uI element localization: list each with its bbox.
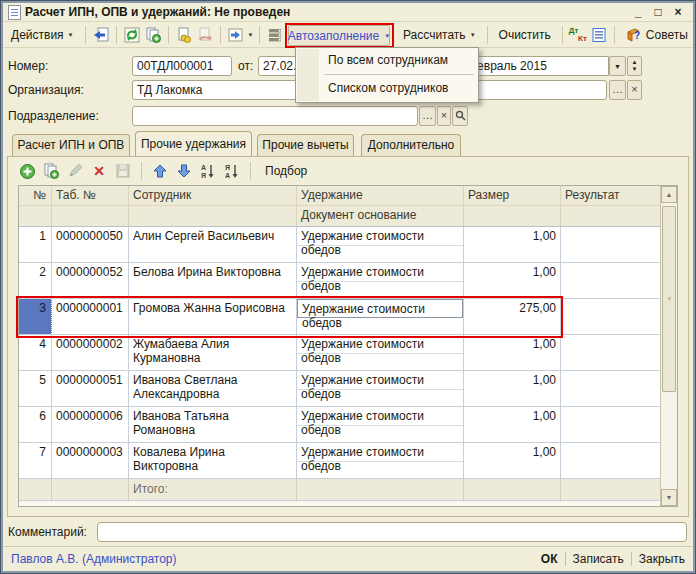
move-down-icon[interactable]	[175, 162, 193, 180]
department-clear-button[interactable]: ×	[437, 106, 451, 126]
col-header-employee[interactable]: Сотрудник	[129, 186, 297, 226]
deduction-value[interactable]: Удержание стоимости обедов	[297, 227, 463, 246]
tab-prochie-vychety[interactable]: Прочие вычеты	[257, 134, 354, 156]
deduction-value[interactable]: Удержание стоимости обедов	[297, 335, 463, 354]
size-cell[interactable]: 1,00	[464, 407, 561, 442]
col-header-size[interactable]: Размер	[464, 186, 561, 226]
row-number-cell[interactable]: 4	[19, 335, 52, 370]
row-number-cell[interactable]: 5	[19, 371, 52, 406]
size-cell[interactable]: 1,00	[464, 371, 561, 406]
table-row[interactable]: 30000000001Громова Жанна БорисовнаУдержа…	[19, 299, 661, 335]
tab-number-cell[interactable]: 0000000050	[52, 227, 129, 262]
row-number-cell[interactable]: 6	[19, 407, 52, 442]
comment-field[interactable]	[97, 522, 687, 542]
row-number-cell[interactable]: 1	[19, 227, 52, 262]
deduction-value[interactable]: Удержание стоимости обедов	[297, 407, 463, 426]
deduction-cell[interactable]: Удержание стоимости обедов	[297, 227, 464, 262]
tab-dopolnitelno[interactable]: Дополнительно	[361, 134, 461, 156]
deduction-value[interactable]: Удержание стоимости обедов	[297, 263, 463, 282]
close-button[interactable]: ×	[671, 5, 685, 19]
scroll-down-icon[interactable]: ▼	[661, 489, 677, 506]
tab-raschet-ipn-opv[interactable]: Расчет ИПН и ОПВ	[12, 134, 130, 156]
number-field[interactable]: 00ТДЛ000001	[132, 56, 232, 76]
tab-prochie-uderzhaniya[interactable]: Прочие удержания	[135, 131, 252, 156]
maximize-button[interactable]: □	[651, 5, 665, 19]
result-cell[interactable]	[561, 371, 661, 406]
department-field[interactable]	[132, 106, 418, 126]
actions-button[interactable]: Действия ▼	[6, 26, 79, 44]
col-header-deduction[interactable]: Удержание Документ основание	[297, 186, 464, 226]
row-number-cell[interactable]: 3	[19, 299, 52, 334]
result-cell[interactable]	[561, 263, 661, 298]
row-number-cell[interactable]: 2	[19, 263, 52, 298]
employee-cell[interactable]: Белова Ирина Викторовна	[129, 263, 297, 298]
result-cell[interactable]	[561, 407, 661, 442]
table-row[interactable]: 10000000050Алин Сергей ВасильевичУдержан…	[19, 227, 661, 263]
size-cell[interactable]: 1,00	[464, 227, 561, 262]
tab-number-cell[interactable]: 0000000051	[52, 371, 129, 406]
document-movements-icon[interactable]	[590, 26, 608, 44]
close-document-button[interactable]: Закрыть	[639, 552, 685, 566]
col-header-result[interactable]: Результат	[561, 186, 661, 226]
tab-number-cell[interactable]: 0000000052	[52, 263, 129, 298]
employee-cell[interactable]: Жумабаева Алия Курмановна	[129, 335, 297, 370]
result-cell[interactable]	[561, 227, 661, 262]
deduction-value[interactable]: Удержание стоимости обедов	[297, 371, 463, 390]
deduction-cell[interactable]: Удержание стоимости обедов	[297, 407, 464, 442]
deduction-cell[interactable]: Удержание стоимости обедов	[297, 263, 464, 298]
result-cell[interactable]	[561, 443, 661, 478]
tab-number-cell[interactable]: 0000000003	[52, 443, 129, 478]
refresh-icon[interactable]	[123, 26, 141, 44]
employee-cell[interactable]: Алин Сергей Васильевич	[129, 227, 297, 262]
post-document-icon[interactable]	[175, 26, 193, 44]
goto-icon[interactable]	[227, 26, 245, 44]
deduction-cell[interactable]: Удержание стоимости обедов	[297, 335, 464, 370]
tab-number-cell[interactable]: 0000000001	[52, 299, 129, 334]
deduction-value[interactable]: Удержание стоимости обедов	[297, 299, 463, 318]
menu-item-employee-list[interactable]: Списком сотрудников	[296, 76, 478, 101]
row-number-cell[interactable]: 7	[19, 443, 52, 478]
copy-row-icon[interactable]	[42, 162, 60, 180]
size-cell[interactable]: 1,00	[464, 335, 561, 370]
employee-cell[interactable]: Иванова Татьяна Романовна	[129, 407, 297, 442]
deduction-cell[interactable]: Удержание стоимости обедов	[297, 443, 464, 478]
scroll-up-icon[interactable]: ▲	[661, 186, 677, 203]
deduction-cell[interactable]: Удержание стоимости обедов	[297, 371, 464, 406]
delete-row-icon[interactable]: ✕	[90, 162, 108, 180]
table-row[interactable]: 40000000002Жумабаева Алия КурмановнаУдер…	[19, 335, 661, 371]
menu-item-all-employees[interactable]: По всем сотрудникам	[296, 48, 478, 73]
write-button[interactable]: Записать	[573, 552, 624, 566]
result-cell[interactable]	[561, 335, 661, 370]
table-row[interactable]: 70000000003Ковалева Ирина ВикторовнаУдер…	[19, 443, 661, 479]
sort-desc-icon[interactable]: ЯА	[223, 162, 241, 180]
move-up-icon[interactable]	[151, 162, 169, 180]
table-row[interactable]: 60000000006Иванова Татьяна РомановнаУдер…	[19, 407, 661, 443]
tab-number-cell[interactable]: 0000000006	[52, 407, 129, 442]
tips-button[interactable]: ? Советы	[621, 24, 693, 46]
scrollbar-thumb[interactable]	[662, 206, 676, 392]
organization-select-button[interactable]: …	[609, 80, 626, 100]
table-row[interactable]: 50000000051Иванова Светлана Александровн…	[19, 371, 661, 407]
col-header-tab-num[interactable]: Таб. №	[52, 186, 129, 226]
reread-document-icon[interactable]	[92, 26, 110, 44]
employee-cell[interactable]: Громова Жанна Борисовна	[129, 299, 297, 334]
vertical-scrollbar[interactable]: ▲ ▼	[660, 186, 677, 506]
chevron-down-icon[interactable]: ▼	[248, 32, 254, 38]
sort-asc-icon[interactable]: АЯ	[199, 162, 217, 180]
period-spinner[interactable]: ▲▼	[627, 56, 642, 76]
size-cell[interactable]: 275,00	[464, 299, 561, 334]
deduction-cell[interactable]: Удержание стоимости обедов	[297, 299, 464, 334]
period-dropdown-button[interactable]: ▼	[609, 56, 626, 76]
result-cell[interactable]	[561, 299, 661, 334]
minimize-button[interactable]: _	[631, 5, 645, 19]
add-row-icon[interactable]	[18, 162, 36, 180]
calculate-button[interactable]: Рассчитать ▼	[398, 26, 481, 44]
table-row[interactable]: 20000000052Белова Ирина ВикторовнаУдержа…	[19, 263, 661, 299]
tab-number-cell[interactable]: 0000000002	[52, 335, 129, 370]
employee-cell[interactable]: Иванова Светлана Александровна	[129, 371, 297, 406]
department-search-button[interactable]	[452, 106, 468, 126]
organization-clear-button[interactable]: ×	[627, 80, 642, 100]
deduction-value[interactable]: Удержание стоимости обедов	[297, 443, 463, 462]
size-cell[interactable]: 1,00	[464, 443, 561, 478]
employee-cell[interactable]: Ковалева Ирина Викторовна	[129, 443, 297, 478]
